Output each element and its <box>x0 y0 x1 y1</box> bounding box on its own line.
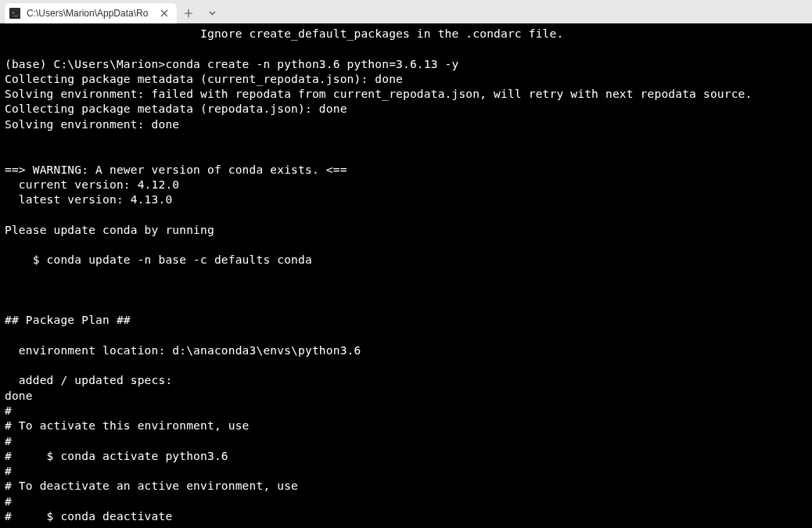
tab-title: C:\Users\Marion\AppData\Ro <box>27 8 152 19</box>
terminal-icon: ›_ <box>9 8 20 19</box>
close-icon <box>160 9 168 17</box>
titlebar: ›_ C:\Users\Marion\AppData\Ro <box>0 0 812 23</box>
active-tab[interactable]: ›_ C:\Users\Marion\AppData\Ro <box>5 3 177 23</box>
tab-dropdown-button[interactable] <box>200 3 224 23</box>
terminal-output[interactable]: Ignore create_default_packages in the .c… <box>0 23 812 528</box>
chevron-down-icon <box>208 9 217 17</box>
plus-icon <box>184 9 193 18</box>
close-tab-button[interactable] <box>158 7 171 20</box>
new-tab-button[interactable] <box>177 3 200 23</box>
